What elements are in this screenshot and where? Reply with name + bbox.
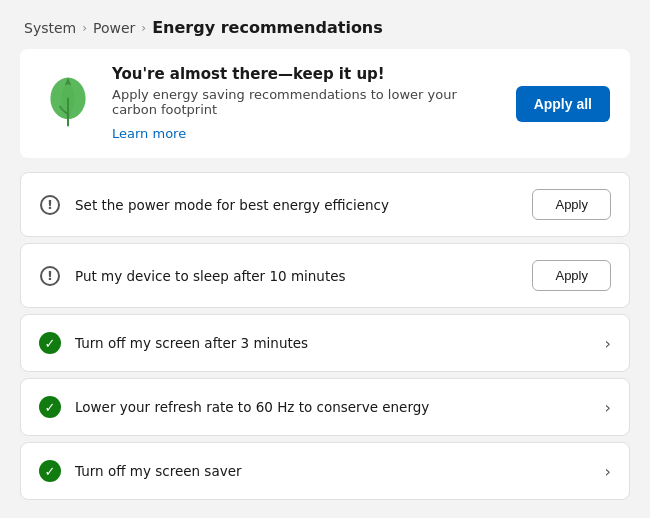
- rec-item-screensaver[interactable]: ✓Turn off my screen saver›: [20, 442, 630, 500]
- check-icon-screensaver: ✓: [39, 460, 61, 482]
- breadcrumb-sep2: ›: [141, 21, 146, 35]
- alert-icon-sleep: !: [39, 265, 61, 287]
- alert-circle: !: [40, 266, 60, 286]
- breadcrumb-current: Energy recommendations: [152, 18, 383, 37]
- alert-circle: !: [40, 195, 60, 215]
- rec-item-sleep: !Put my device to sleep after 10 minutes…: [20, 243, 630, 308]
- banner-subtitle: Apply energy saving recommendations to l…: [112, 87, 500, 117]
- breadcrumb-system[interactable]: System: [24, 20, 76, 36]
- check-circle: ✓: [39, 396, 61, 418]
- rec-label-screen-off: Turn off my screen after 3 minutes: [75, 335, 591, 351]
- rec-label-refresh-rate: Lower your refresh rate to 60 Hz to cons…: [75, 399, 591, 415]
- banner-title: You're almost there—keep it up!: [112, 65, 500, 83]
- banner: You're almost there—keep it up! Apply en…: [20, 49, 630, 158]
- banner-text: You're almost there—keep it up! Apply en…: [112, 65, 500, 142]
- apply-all-button[interactable]: Apply all: [516, 86, 610, 122]
- breadcrumb: System › Power › Energy recommendations: [0, 0, 650, 49]
- apply-button-power-mode[interactable]: Apply: [532, 189, 611, 220]
- leaf-icon: [40, 76, 96, 132]
- check-icon-screen-off: ✓: [39, 332, 61, 354]
- learn-more-link[interactable]: Learn more: [112, 126, 186, 141]
- check-circle: ✓: [39, 460, 61, 482]
- rec-item-refresh-rate[interactable]: ✓Lower your refresh rate to 60 Hz to con…: [20, 378, 630, 436]
- rec-label-sleep: Put my device to sleep after 10 minutes: [75, 268, 518, 284]
- breadcrumb-sep1: ›: [82, 21, 87, 35]
- chevron-right-icon-screen-off: ›: [605, 334, 611, 353]
- rec-label-screensaver: Turn off my screen saver: [75, 463, 591, 479]
- chevron-right-icon-screensaver: ›: [605, 462, 611, 481]
- alert-icon-power-mode: !: [39, 194, 61, 216]
- rec-item-screen-off[interactable]: ✓Turn off my screen after 3 minutes›: [20, 314, 630, 372]
- check-icon-refresh-rate: ✓: [39, 396, 61, 418]
- rec-label-power-mode: Set the power mode for best energy effic…: [75, 197, 518, 213]
- breadcrumb-power[interactable]: Power: [93, 20, 135, 36]
- apply-button-sleep[interactable]: Apply: [532, 260, 611, 291]
- check-circle: ✓: [39, 332, 61, 354]
- recommendations-list: !Set the power mode for best energy effi…: [20, 172, 630, 500]
- rec-item-power-mode: !Set the power mode for best energy effi…: [20, 172, 630, 237]
- chevron-right-icon-refresh-rate: ›: [605, 398, 611, 417]
